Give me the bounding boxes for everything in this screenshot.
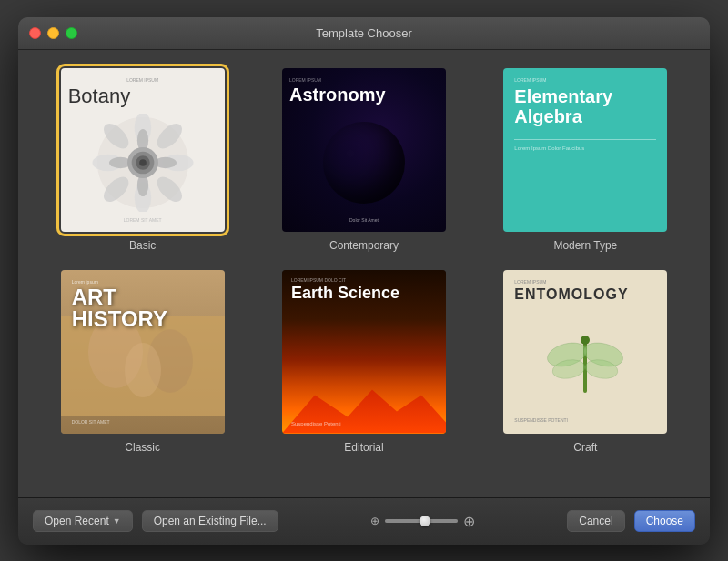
template-cover-classic: Lorem Ipsum ARTHISTORY DOLOR SIT AMET (61, 270, 225, 434)
dropdown-arrow-icon: ▼ (113, 516, 121, 526)
template-item-craft[interactable]: LOREM IPSUM ENTOMOLOGY (489, 270, 682, 454)
svg-point-16 (139, 159, 147, 166)
insect-decoration (512, 325, 658, 406)
cover-lorem: LOREM IPSUM (289, 77, 321, 83)
titlebar: Template Chooser (18, 17, 710, 50)
cover-arthistory: Lorem Ipsum ARTHISTORY DOLOR SIT AMET (61, 270, 225, 434)
template-cover-basic: LOREM IPSUM Botany (61, 68, 225, 232)
cover-sub: DOLOR SIT AMET (72, 419, 110, 425)
zoom-thumb (420, 516, 430, 526)
cover-title: Botany (68, 85, 131, 108)
cover-sub: SUSPENDISSE POTENTI (514, 417, 568, 423)
template-label: Classic (125, 441, 160, 454)
close-button[interactable] (29, 27, 41, 39)
template-label: Modern Type (553, 239, 617, 252)
cover-sub: Lorem Ipsum Dolor Faucibus (514, 145, 584, 151)
cover-title: Elementary Algebra (514, 86, 656, 126)
open-recent-button[interactable]: Open Recent ▼ (33, 510, 133, 532)
template-label: Editorial (344, 441, 383, 454)
template-label: Basic (129, 239, 156, 252)
template-label: Craft (573, 441, 597, 454)
cover-botany: LOREM IPSUM Botany (61, 68, 225, 232)
cover-astronomy: LOREM IPSUM Astronomy Dolor Sit Amet (282, 68, 446, 232)
traffic-lights (29, 27, 77, 39)
planet-decoration (323, 122, 405, 204)
zoom-large-icon: ⊕ (463, 513, 475, 530)
cover-title: Earth Science (291, 285, 399, 303)
flower-svg (79, 114, 207, 212)
cover-title: ENTOMOLOGY (514, 286, 628, 303)
template-chooser-window: Template Chooser LOREM IPSUM Botany (18, 17, 710, 545)
choose-button[interactable]: Choose (634, 510, 695, 532)
cover-sub: LOREM SIT AMET (124, 217, 162, 223)
divider-line (514, 139, 656, 140)
cover-title: ARTHISTORY (72, 286, 167, 330)
cover-sub: Suspendisse Potenti (291, 421, 341, 426)
cover-lorem: LOREM IPSUM DOLO CIT (291, 277, 346, 283)
open-existing-button[interactable]: Open an Existing File... (142, 510, 278, 532)
cover-earthscience: LOREM IPSUM DOLO CIT Earth Science Suspe… (282, 270, 446, 434)
dragonfly-svg (540, 329, 631, 402)
cover-algebra: LOREM IPSUM Elementary Algebra Lorem Ips… (503, 68, 667, 232)
minimize-button[interactable] (47, 27, 59, 39)
cover-lorem: LOREM IPSUM (514, 77, 546, 83)
cover-sub: Dolor Sit Amet (349, 217, 379, 223)
open-recent-label: Open Recent (45, 515, 109, 527)
template-item-classic[interactable]: Lorem Ipsum ARTHISTORY DOLOR SIT AMET Cl… (46, 270, 239, 454)
cancel-button[interactable]: Cancel (567, 510, 624, 532)
choose-label: Choose (646, 515, 683, 527)
template-cover-contemporary: LOREM IPSUM Astronomy Dolor Sit Amet (282, 68, 446, 232)
open-existing-label: Open an Existing File... (154, 515, 267, 527)
cover-lorem: LOREM IPSUM (514, 279, 546, 285)
svg-point-20 (125, 343, 161, 397)
cover-lorem: LOREM IPSUM (126, 77, 158, 83)
maximize-button[interactable] (66, 27, 77, 39)
template-cover-modern-type: LOREM IPSUM Elementary Algebra Lorem Ips… (503, 68, 667, 232)
template-cover-craft: LOREM IPSUM ENTOMOLOGY (503, 270, 667, 434)
template-item-editorial[interactable]: LOREM IPSUM DOLO CIT Earth Science Suspe… (267, 270, 460, 454)
cover-lorem: Lorem Ipsum (72, 279, 98, 285)
cover-title: Astronomy (289, 85, 386, 105)
toolbar: Open Recent ▼ Open an Existing File... ⊕… (18, 497, 710, 545)
zoom-slider[interactable] (385, 519, 458, 523)
template-label: Contemporary (329, 239, 399, 252)
zoom-control: ⊕ ⊕ (370, 513, 475, 530)
template-cover-editorial: LOREM IPSUM DOLO CIT Earth Science Suspe… (282, 270, 446, 434)
cover-entomology: LOREM IPSUM ENTOMOLOGY (503, 270, 667, 434)
cancel-label: Cancel (579, 515, 612, 527)
template-item-contemporary[interactable]: LOREM IPSUM Astronomy Dolor Sit Amet Con… (267, 68, 460, 252)
content-area: LOREM IPSUM Botany (18, 50, 710, 497)
zoom-small-icon: ⊕ (370, 515, 379, 527)
window-title: Template Chooser (316, 26, 412, 40)
template-item-modern-type[interactable]: LOREM IPSUM Elementary Algebra Lorem Ips… (489, 68, 682, 252)
template-grid: LOREM IPSUM Botany (46, 68, 682, 454)
svg-point-26 (581, 336, 590, 345)
template-item-basic[interactable]: LOREM IPSUM Botany (46, 68, 239, 252)
